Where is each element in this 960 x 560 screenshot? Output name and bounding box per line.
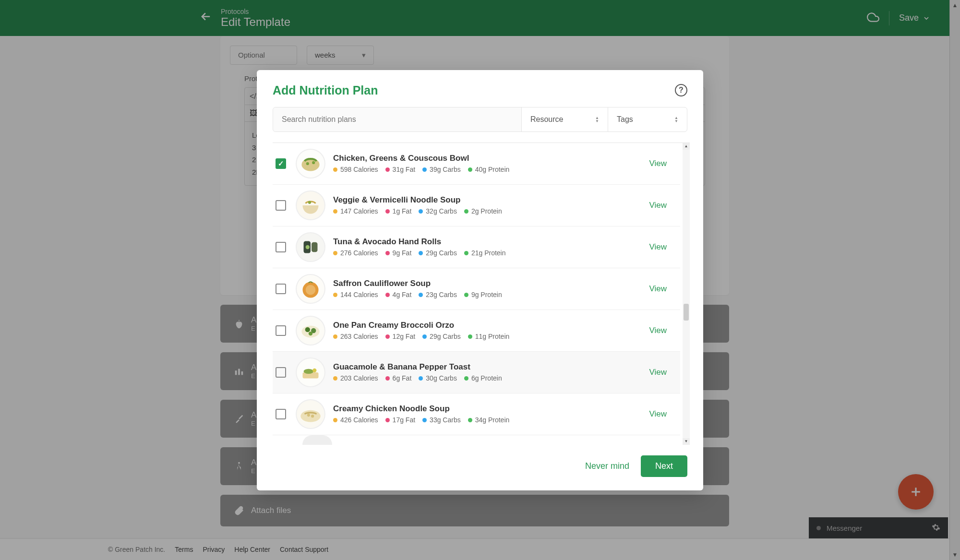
plan-name: Tuna & Avocado Hand Rolls: [333, 237, 649, 247]
svg-point-16: [306, 285, 316, 295]
scroll-down-icon[interactable]: ▼: [683, 438, 690, 445]
macro-protein: 11g Protein: [468, 333, 510, 340]
modal-title: Add Nutrition Plan: [273, 83, 378, 97]
plan-checkbox[interactable]: [276, 325, 286, 336]
food-thumbnail: [296, 274, 325, 304]
food-thumbnail-partial: [302, 435, 332, 445]
plan-row[interactable]: Veggie & Vermicelli Noodle Soup 147 Calo…: [273, 185, 680, 226]
plan-info: Guacamole & Banana Pepper Toast 203 Calo…: [333, 362, 649, 382]
updown-caret-icon: ▲▼: [595, 116, 599, 123]
macro-protein: 40g Protein: [468, 166, 510, 173]
svg-point-28: [307, 413, 310, 416]
resource-select[interactable]: Resource ▲▼: [521, 107, 608, 131]
view-plan-link[interactable]: View: [649, 368, 667, 377]
never-mind-button[interactable]: Never mind: [585, 461, 629, 471]
plan-checkbox[interactable]: [276, 409, 286, 419]
food-thumbnail: [296, 399, 325, 429]
view-plan-link[interactable]: View: [649, 159, 667, 168]
svg-point-21: [309, 332, 312, 335]
scroll-up-icon[interactable]: ▲: [683, 143, 690, 150]
food-thumbnail: [296, 357, 325, 387]
updown-caret-icon: ▲▼: [674, 116, 678, 123]
macro-calories: 144 Calories: [333, 291, 378, 298]
plan-row[interactable]: Tuna & Avocado Hand Rolls 276 Calories 9…: [273, 226, 680, 268]
macro-protein: 2g Protein: [464, 207, 502, 215]
macro-fat: 9g Fat: [385, 249, 412, 257]
svg-point-19: [305, 327, 310, 332]
plan-row[interactable]: One Pan Creamy Broccoli Orzo 263 Calorie…: [273, 310, 680, 352]
plan-list: Chicken, Greens & Couscous Bowl 598 Calo…: [273, 143, 690, 445]
macro-calories: 263 Calories: [333, 333, 378, 340]
macro-carbs: 29g Carbs: [419, 249, 457, 257]
plan-name: Chicken, Greens & Couscous Bowl: [333, 154, 649, 163]
macro-carbs: 23g Carbs: [419, 291, 457, 298]
modal-footer: Never mind Next: [273, 455, 687, 477]
view-plan-link[interactable]: View: [649, 326, 667, 335]
macro-fat: 17g Fat: [385, 416, 415, 424]
macro-fat: 4g Fat: [385, 291, 412, 298]
plan-row[interactable]: Guacamole & Banana Pepper Toast 203 Calo…: [273, 352, 680, 393]
filter-row: Resource ▲▼ Tags ▲▼: [273, 107, 687, 132]
plan-checkbox[interactable]: [276, 242, 286, 252]
svg-rect-12: [312, 242, 317, 252]
macro-calories: 203 Calories: [333, 374, 378, 382]
svg-point-6: [306, 162, 309, 165]
macro-carbs: 30g Carbs: [419, 374, 457, 382]
plan-info: Veggie & Vermicelli Noodle Soup 147 Calo…: [333, 195, 649, 215]
macro-fat: 31g Fat: [385, 166, 415, 173]
help-icon[interactable]: ?: [675, 84, 687, 96]
svg-point-24: [304, 369, 314, 373]
plan-info: Saffron Cauliflower Soup 144 Calories 4g…: [333, 279, 649, 298]
food-thumbnail: [296, 149, 325, 179]
plan-name: Saffron Cauliflower Soup: [333, 279, 649, 288]
view-plan-link[interactable]: View: [649, 284, 667, 294]
scroll-thumb[interactable]: [684, 304, 689, 321]
macro-carbs: 39g Carbs: [422, 166, 461, 173]
view-plan-link[interactable]: View: [649, 242, 667, 252]
svg-point-7: [312, 161, 315, 164]
macro-calories: 598 Calories: [333, 166, 378, 173]
macro-calories: 276 Calories: [333, 249, 378, 257]
plan-info: Chicken, Greens & Couscous Bowl 598 Calo…: [333, 154, 649, 173]
plan-info: Tuna & Avocado Hand Rolls 276 Calories 9…: [333, 237, 649, 257]
tags-select[interactable]: Tags ▲▼: [608, 107, 687, 131]
view-plan-link[interactable]: View: [649, 201, 667, 210]
modal-overlay[interactable]: Add Nutrition Plan ? Resource ▲▼ Tags ▲▼…: [0, 0, 960, 560]
food-thumbnail: [296, 316, 325, 346]
macro-fat: 12g Fat: [385, 333, 415, 340]
macro-fat: 1g Fat: [385, 207, 412, 215]
plan-info: Creamy Chicken Noodle Soup 426 Calories …: [333, 404, 649, 424]
macro-fat: 6g Fat: [385, 374, 412, 382]
plan-checkbox[interactable]: [276, 158, 286, 169]
food-thumbnail: [296, 191, 325, 220]
svg-point-18: [301, 325, 319, 337]
svg-point-9: [308, 201, 311, 203]
plan-name: Veggie & Vermicelli Noodle Soup: [333, 195, 649, 205]
plan-name: One Pan Creamy Broccoli Orzo: [333, 321, 649, 330]
next-button[interactable]: Next: [641, 455, 687, 477]
macro-protein: 9g Protein: [464, 291, 502, 298]
plan-checkbox[interactable]: [276, 284, 286, 294]
food-thumbnail: [296, 232, 325, 262]
macro-calories: 426 Calories: [333, 416, 378, 424]
svg-point-13: [306, 245, 310, 249]
view-plan-link[interactable]: View: [649, 409, 667, 419]
search-input[interactable]: [273, 107, 521, 131]
plan-name: Guacamole & Banana Pepper Toast: [333, 362, 649, 372]
plan-checkbox[interactable]: [276, 367, 286, 378]
macro-protein: 21g Protein: [464, 249, 506, 257]
macro-carbs: 33g Carbs: [422, 416, 461, 424]
macro-carbs: 32g Carbs: [419, 207, 457, 215]
svg-point-29: [311, 415, 314, 417]
macro-protein: 34g Protein: [468, 416, 510, 424]
macro-calories: 147 Calories: [333, 207, 378, 215]
add-nutrition-modal: Add Nutrition Plan ? Resource ▲▼ Tags ▲▼…: [257, 70, 703, 490]
plan-row[interactable]: Chicken, Greens & Couscous Bowl 598 Calo…: [273, 143, 680, 185]
plan-row[interactable]: Creamy Chicken Noodle Soup 426 Calories …: [273, 393, 680, 435]
plan-checkbox[interactable]: [276, 200, 286, 211]
plan-row[interactable]: Saffron Cauliflower Soup 144 Calories 4g…: [273, 268, 680, 310]
macro-carbs: 29g Carbs: [422, 333, 461, 340]
list-scrollbar[interactable]: ▲ ▼: [683, 143, 690, 445]
svg-point-25: [312, 368, 316, 372]
plan-info: One Pan Creamy Broccoli Orzo 263 Calorie…: [333, 321, 649, 340]
